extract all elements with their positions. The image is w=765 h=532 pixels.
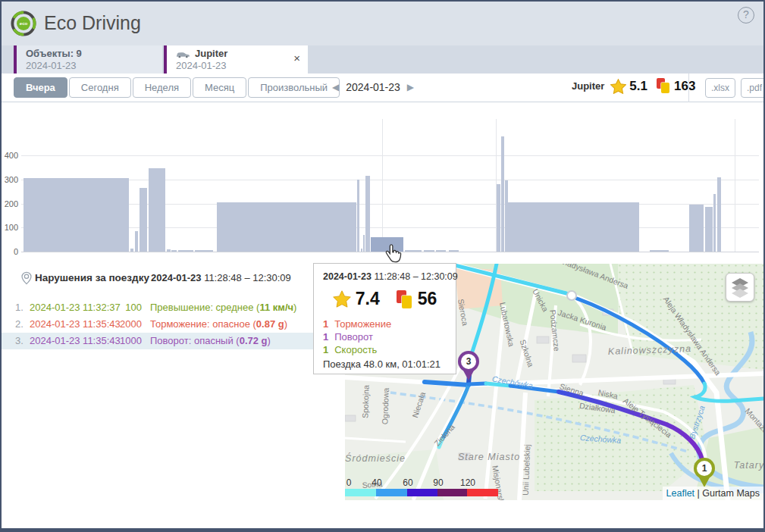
chart-bar[interactable] bbox=[371, 237, 403, 252]
map-label-district: Stare Miasto bbox=[458, 452, 520, 462]
violation-row[interactable]: 3.2024-01-23 11:35:431000Поворот: опасны… bbox=[2, 333, 345, 349]
chart-bar[interactable] bbox=[357, 180, 359, 252]
chart-bar[interactable] bbox=[140, 188, 147, 252]
unit-name: Jupiter bbox=[572, 80, 604, 92]
tab-bar: Объекты: 9 2024-01-23 Jupiter 2024-01-23… bbox=[2, 45, 763, 74]
violation-points: 1000 bbox=[113, 335, 142, 346]
chart-bar[interactable] bbox=[689, 205, 704, 252]
violation-points: 2000 bbox=[113, 318, 142, 330]
chart-bar[interactable] bbox=[508, 202, 639, 252]
tab-jupiter-label: Jupiter bbox=[195, 48, 302, 59]
violation-points: 100 bbox=[113, 302, 142, 313]
violation-description: Поворот: опасный (0.72 g) bbox=[150, 335, 271, 346]
car-icon bbox=[176, 51, 190, 58]
export-button-pdf[interactable]: .pdf bbox=[741, 78, 765, 98]
next-date-icon[interactable]: ▶ bbox=[407, 82, 414, 92]
violation-number: 3. bbox=[15, 335, 24, 346]
period-button-неделя[interactable]: Неделя bbox=[133, 77, 191, 98]
tab-jupiter-date: 2024-01-23 bbox=[176, 60, 302, 71]
chart-bar[interactable] bbox=[717, 177, 721, 252]
tab-objects[interactable]: Объекты: 9 2024-01-23 bbox=[14, 45, 162, 74]
chart-ytick-label: 400 bbox=[2, 151, 18, 160]
star-rating-icon bbox=[333, 290, 351, 308]
chart-bar[interactable] bbox=[497, 184, 500, 252]
tooltip-violation-count: 1Скорость bbox=[323, 343, 447, 356]
speed-legend-segment bbox=[345, 489, 376, 496]
speed-legend-segment bbox=[467, 489, 498, 496]
prev-date-icon[interactable]: ◀ bbox=[332, 82, 339, 92]
tooltip-rating: 7.4 bbox=[356, 289, 380, 309]
map-label-street: Spokojna bbox=[360, 385, 371, 418]
period-button-месяц[interactable]: Месяц bbox=[193, 77, 246, 98]
chart-gridline-vertical bbox=[382, 119, 383, 252]
chart-gridline-vertical bbox=[735, 119, 735, 252]
violation-datetime: 2024-01-23 11:35:43 bbox=[30, 318, 121, 330]
chart-bar[interactable] bbox=[167, 249, 171, 252]
tab-objects-label: Объекты: 9 bbox=[26, 48, 156, 59]
app-header: eco Eco Driving ? bbox=[2, 2, 763, 45]
chart-bar[interactable] bbox=[363, 235, 365, 252]
chart-bar[interactable] bbox=[713, 194, 716, 252]
page-title: Eco Driving bbox=[44, 12, 141, 34]
speed-legend-segment bbox=[407, 489, 437, 496]
help-icon[interactable]: ? bbox=[738, 7, 754, 23]
chart-ytick-label: 0 bbox=[2, 247, 18, 256]
speed-legend-tick: 0 bbox=[346, 477, 352, 488]
current-date: 2024-01-23 bbox=[346, 81, 400, 93]
chart-bar[interactable] bbox=[149, 168, 165, 252]
layers-icon bbox=[730, 277, 750, 298]
toolbar: ВчераСегодняНеделяМесяцПроизвольный ◀ 20… bbox=[2, 74, 763, 102]
violation-description: Торможение: опасное (0.87 g) bbox=[150, 318, 287, 330]
provider-label: Gurtam Maps bbox=[702, 488, 760, 499]
chart-bar[interactable] bbox=[178, 250, 193, 252]
violation-number: 2. bbox=[15, 318, 24, 330]
chart-ytick-label: 300 bbox=[2, 175, 18, 184]
speed-legend-segment bbox=[437, 489, 467, 496]
close-icon[interactable]: × bbox=[293, 52, 300, 64]
speed-legend-segment bbox=[376, 489, 407, 496]
chart-bar[interactable] bbox=[705, 207, 713, 252]
chart-gridline bbox=[21, 252, 759, 252]
trip-tooltip: 2024-01-23 11:28:48 – 12:30:09 7.4 56 1Т… bbox=[313, 263, 456, 374]
penalty-value: 163 bbox=[674, 79, 695, 94]
leaflet-link[interactable]: Leaflet bbox=[666, 488, 695, 499]
violation-row[interactable]: 1.2024-01-23 11:32:37100Превышение: сред… bbox=[2, 299, 345, 316]
chart-gridline bbox=[21, 155, 759, 156]
unit-summary: Jupiter 5.1 163 bbox=[572, 78, 703, 94]
chart-bar[interactable] bbox=[24, 178, 129, 252]
chart-bar[interactable] bbox=[361, 249, 362, 252]
violation-row[interactable]: 2.2024-01-23 11:35:432000Торможение: опа… bbox=[2, 316, 345, 333]
period-button-произвольный[interactable]: Произвольный bbox=[248, 77, 340, 98]
tab-jupiter[interactable]: Jupiter 2024-01-23 × bbox=[164, 45, 308, 74]
map-label-district: Tatary bbox=[734, 460, 763, 471]
chart-bar[interactable] bbox=[130, 249, 133, 252]
chart-bar[interactable] bbox=[449, 250, 459, 252]
map-attribution: Leaflet | Gurtam Maps bbox=[663, 487, 763, 500]
map-layers-button[interactable] bbox=[726, 273, 754, 302]
chart-ytick-label: 200 bbox=[2, 199, 18, 208]
export-button-xlsx[interactable]: .xlsx bbox=[705, 78, 735, 98]
chart-gridline bbox=[21, 204, 759, 205]
chart-bar[interactable] bbox=[195, 250, 213, 252]
chart-bar[interactable] bbox=[424, 250, 434, 252]
chart-bar[interactable] bbox=[650, 250, 669, 252]
period-button-сегодня[interactable]: Сегодня bbox=[69, 77, 131, 98]
marker-head: 3 bbox=[458, 351, 479, 372]
chart-bar[interactable] bbox=[217, 202, 356, 252]
chart-bar[interactable] bbox=[135, 231, 138, 252]
period-button-вчера[interactable]: Вчера bbox=[14, 77, 67, 98]
tooltip-trip-stats: Поездка 48.0 км, 01:01:21 bbox=[323, 358, 447, 370]
violations-trip-range: 2024-01-23 11:28:48 – 12:30:09 bbox=[151, 272, 291, 283]
chart-bar[interactable] bbox=[171, 250, 177, 252]
marker-number: 1 bbox=[697, 461, 712, 476]
violation-description: Превышение: среднее (11 км/ч) bbox=[150, 302, 296, 313]
chart-bar[interactable] bbox=[405, 250, 422, 252]
speed-legend-tick: 120 bbox=[460, 477, 475, 488]
chart-ytick-label: 100 bbox=[2, 223, 18, 232]
tooltip-violation-count: 1Поворот bbox=[323, 330, 447, 343]
chart-bar[interactable] bbox=[365, 176, 370, 252]
period-buttons: ВчераСегодняНеделяМесяцПроизвольный bbox=[14, 77, 340, 98]
chart-bar[interactable] bbox=[501, 136, 504, 252]
chart-bar[interactable] bbox=[436, 250, 446, 252]
chart-gridline bbox=[21, 180, 759, 180]
